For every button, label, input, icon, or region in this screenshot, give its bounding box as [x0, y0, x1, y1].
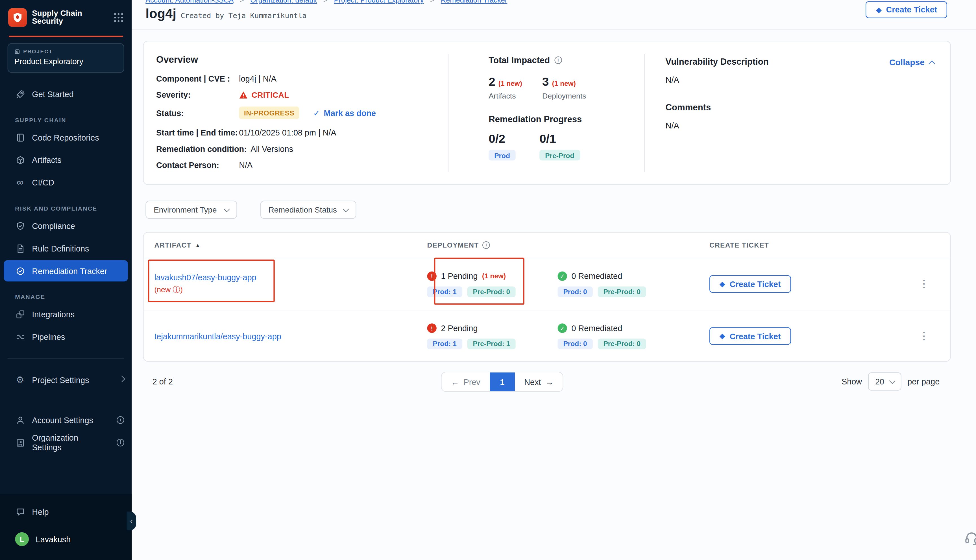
sidebar-item-get-started[interactable]: Get Started [0, 83, 132, 105]
create-ticket-button[interactable]: ◆ Create Ticket [709, 275, 791, 293]
sidebar-item-label: Integrations [32, 309, 75, 319]
vulnerability-section: Vulnerability Description N/A Comments N… [666, 57, 854, 130]
sidebar-item-project-settings[interactable]: ⚙ Project Settings [0, 368, 132, 391]
remediated-group: ✓ 0 Remediated Prod: 0 Pre-Prod: 0 [558, 323, 688, 349]
chevron-down-icon [224, 206, 230, 212]
sidebar-item-code-repositories[interactable]: Code Repositories [0, 126, 132, 148]
module-switcher-icon[interactable] [113, 12, 124, 23]
artifacts-table: ARTIFACT ▲ DEPLOYMENT i CREATE TICKET la… [143, 232, 951, 362]
new-count-badge: (1 new) [499, 80, 522, 87]
created-by-text: Created by Teja Kummarikuntla [181, 11, 307, 20]
sidebar-item-label: Organization Settings [32, 433, 110, 452]
pending-group: ! 2 Pending Prod: 1 Pre-Prod: 1 [427, 323, 558, 349]
sidebar-item-label: CI/CD [32, 178, 54, 187]
sort-asc-icon: ▲ [195, 242, 200, 248]
brand-accent-divider [9, 36, 123, 37]
info-icon[interactable]: i [483, 241, 490, 249]
row-menu-button[interactable]: ⋮ [919, 279, 950, 289]
help-chat-icon [15, 507, 25, 517]
sidebar-item-label: Remediation Tracker [32, 266, 107, 275]
remediation-progress-title: Remediation Progress [489, 114, 639, 124]
environment-type-filter[interactable]: Environment Type [145, 201, 237, 219]
sidebar-item-integrations[interactable]: Integrations [0, 303, 132, 325]
create-ticket-button[interactable]: ◆ Create Ticket [709, 327, 791, 345]
organization-icon [15, 438, 25, 448]
info-icon[interactable]: i [554, 57, 562, 64]
breadcrumb-project[interactable]: Project: Product Exploratory [334, 0, 424, 4]
prod-progress: 0/2 Prod [489, 132, 516, 161]
chevron-down-icon [343, 206, 349, 212]
app-root: Supply Chain Security PROJECT Product Ex… [0, 0, 976, 560]
sidebar-item-cicd[interactable]: ∞ CI/CD [0, 171, 132, 193]
collapse-button[interactable]: Collapse [889, 58, 934, 67]
sidebar-item-compliance[interactable]: Compliance [0, 215, 132, 237]
remediation-progress-stats: 0/2 Prod 0/1 Pre-Prod [489, 132, 639, 161]
page-1-button[interactable]: 1 [490, 372, 515, 391]
sidebar-collapse-handle[interactable]: ‹ [127, 512, 136, 530]
sidebar-item-help[interactable]: Help [0, 500, 132, 523]
pending-status-icon: ! [427, 271, 437, 280]
rocket-icon [15, 89, 25, 99]
artifact-link[interactable]: tejakummarikuntla/easy-buggy-app [154, 332, 281, 341]
next-page-button[interactable]: Next → [515, 372, 563, 391]
column-header-deployment: DEPLOYMENT i [427, 241, 709, 249]
arrow-left-icon: ← [451, 377, 459, 387]
artifact-cell: lavakush07/easy-buggy-app (new ⓘ) [144, 273, 427, 295]
breadcrumb-page[interactable]: Remediation Tracker [441, 0, 507, 4]
artifact-new-tag: (new ⓘ) [154, 285, 427, 295]
chevron-down-icon [889, 378, 895, 384]
breadcrumb: Account: Automation-SSCA > Organization:… [145, 0, 507, 4]
artifact-link[interactable]: lavakush07/easy-buggy-app [154, 273, 256, 282]
remediated-count: 0 Remediated [571, 323, 622, 332]
overview-title: Overview [156, 54, 198, 65]
remediated-count: 0 Remediated [571, 271, 622, 280]
deployment-cell: ! 2 Pending Prod: 1 Pre-Prod: 1 ✓ 0 Reme… [427, 323, 709, 349]
project-label: PROJECT [23, 48, 53, 55]
sidebar-divider [8, 358, 124, 358]
arrow-right-icon: → [546, 377, 554, 387]
overview-fields: Component | CVE : log4j | N/A Severity: … [156, 74, 438, 177]
sidebar-item-account-settings[interactable]: Account Settings i [0, 409, 132, 431]
breadcrumb-organization[interactable]: Organization: default [250, 0, 317, 4]
mark-as-done-button[interactable]: ✓ Mark as done [313, 108, 376, 117]
sidebar-item-label: Compliance [32, 221, 75, 230]
sidebar-item-rule-definitions[interactable]: Rule Definitions [0, 237, 132, 260]
sidebar-item-pipelines[interactable]: Pipelines [0, 325, 132, 348]
sidebar-item-label: Get Started [32, 90, 74, 99]
create-ticket-button[interactable]: ◆ Create Ticket [866, 1, 947, 18]
support-headset-icon[interactable] [964, 530, 976, 546]
page-title: log4j [145, 6, 176, 21]
sidebar-item-label: Help [32, 507, 48, 516]
info-icon[interactable]: i [117, 416, 124, 424]
user-menu[interactable]: L Lavakush [0, 528, 132, 550]
table-header: ARTIFACT ▲ DEPLOYMENT i CREATE TICKET [144, 233, 950, 258]
impact-stats: 2 (1 new) Artifacts 3 (1 new) Deployment… [489, 75, 639, 100]
brand-line2: Security [32, 18, 108, 26]
prev-page-button[interactable]: ← Prev [442, 372, 490, 391]
breadcrumb-account[interactable]: Account: Automation-SSCA [145, 0, 233, 4]
pending-status-icon: ! [427, 323, 437, 332]
info-icon[interactable]: i [117, 439, 124, 447]
document-icon [15, 243, 25, 253]
supply-chain-security-logo-icon [8, 8, 27, 27]
page-size-select[interactable]: 20 [868, 372, 901, 390]
main-content: Account: Automation-SSCA > Organization:… [132, 0, 976, 560]
project-selector[interactable]: PROJECT Product Exploratory [8, 43, 124, 73]
deployment-cell: ! 1 Pending (1 new) Prod: 1 Pre-Prod: 0 … [427, 271, 709, 297]
vertical-divider [644, 54, 645, 172]
remediated-status-icon: ✓ [558, 271, 567, 280]
column-header-artifact[interactable]: ARTIFACT ▲ [144, 241, 427, 249]
severity-field: Severity: CRITICAL [156, 90, 438, 100]
sidebar-item-remediation-tracker[interactable]: Remediation Tracker [4, 260, 128, 282]
row-menu-button[interactable]: ⋮ [919, 331, 950, 341]
section-label-risk-compliance: RISK AND COMPLIANCE [15, 205, 132, 212]
remediation-status-filter[interactable]: Remediation Status [260, 201, 356, 219]
total-impacted-title: Total Impacted i [489, 55, 639, 65]
prod-badge: Prod [489, 150, 516, 161]
sidebar-item-artifacts[interactable]: Artifacts [0, 148, 132, 171]
comments-title: Comments [666, 102, 854, 112]
preprod-count-badge: Pre-Prod: 0 [467, 286, 516, 297]
sidebar-item-organization-settings[interactable]: Organization Settings i [0, 431, 132, 454]
vulnerability-description-title: Vulnerability Description [666, 57, 854, 67]
status-badge: IN-PROGRESS [239, 107, 299, 119]
